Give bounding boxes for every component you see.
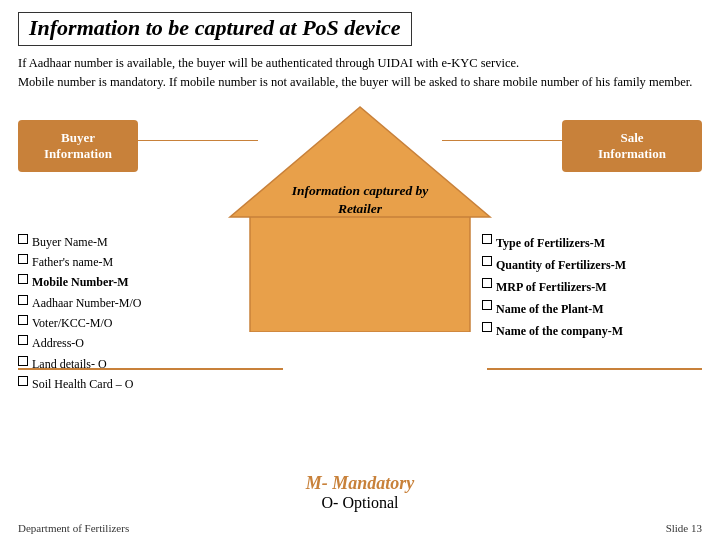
checkbox-icon [18, 315, 28, 325]
checkbox-icon [18, 335, 28, 345]
right-list: Type of Fertilizers-M Quantity of Fertil… [482, 232, 702, 343]
checkbox-icon [482, 234, 492, 244]
checkbox-icon [18, 356, 28, 366]
page: Information to be captured at PoS device… [0, 0, 720, 540]
checkbox-icon [482, 322, 492, 332]
list-item-label: Address-O [32, 333, 84, 353]
list-item-label: Father's name-M [32, 252, 113, 272]
checkbox-icon [482, 300, 492, 310]
checkbox-icon [18, 274, 28, 284]
page-title: Information to be captured at PoS device [29, 15, 401, 40]
list-item-label: Name of the company-M [496, 320, 623, 342]
buyer-information-box: BuyerInformation [18, 120, 138, 172]
diagram-area: BuyerInformation SaleInformation Informa… [18, 102, 702, 412]
sale-box-label: SaleInformation [598, 130, 666, 161]
sale-information-box: SaleInformation [562, 120, 702, 172]
optional-label: O- Optional [306, 494, 415, 512]
intro-text: If Aadhaar number is available, the buye… [18, 54, 702, 92]
mandatory-label: M- Mandatory [306, 473, 415, 494]
list-item: Name of the company-M [482, 320, 702, 342]
checkbox-icon [482, 256, 492, 266]
checkbox-icon [18, 295, 28, 305]
title-box: Information to be captured at PoS device [18, 12, 412, 46]
bottom-section: M- Mandatory O- Optional [306, 473, 415, 512]
list-item: Name of the Plant-M [482, 298, 702, 320]
list-item-label: Name of the Plant-M [496, 298, 604, 320]
bottom-right-line [487, 368, 702, 370]
list-item: MRP of Fertilizers-M [482, 276, 702, 298]
left-connector-line [138, 140, 258, 142]
list-item-label: Land details- O [32, 354, 107, 374]
list-item: Buyer Name-M [18, 232, 141, 252]
right-connector-line [442, 140, 562, 142]
buyer-box-label: BuyerInformation [44, 130, 112, 161]
checkbox-icon [18, 376, 28, 386]
list-item-label: Quantity of Fertilizers-M [496, 254, 626, 276]
list-item: Father's name-M [18, 252, 141, 272]
list-item: Soil Health Card – O [18, 374, 141, 394]
list-item: Aadhaar Number-M/O [18, 293, 141, 313]
intro-line2: Mobile number is mandatory. If mobile nu… [18, 75, 692, 89]
list-item: Quantity of Fertilizers-M [482, 254, 702, 276]
checkbox-icon [18, 254, 28, 264]
list-item-label: Aadhaar Number-M/O [32, 293, 141, 313]
list-item: Land details- O [18, 354, 141, 374]
list-item-label: Type of Fertilizers-M [496, 232, 605, 254]
checkbox-icon [18, 234, 28, 244]
list-item-label: Mobile Number-M [32, 272, 129, 292]
list-item-label: Buyer Name-M [32, 232, 108, 252]
left-list: Buyer Name-M Father's name-M Mobile Numb… [18, 232, 141, 395]
list-item-label: Voter/KCC-M/O [32, 313, 112, 333]
center-label: Information captured by Retailer [285, 182, 435, 220]
list-item: Type of Fertilizers-M [482, 232, 702, 254]
list-item-label: Soil Health Card – O [32, 374, 133, 394]
intro-line1: If Aadhaar number is available, the buye… [18, 56, 519, 70]
list-item: Address-O [18, 333, 141, 353]
svg-rect-0 [250, 212, 470, 332]
list-item: Mobile Number-M [18, 272, 141, 292]
footer-left: Department of Fertilizers [18, 522, 129, 534]
footer-right: Slide 13 [666, 522, 702, 534]
list-item: Voter/KCC-M/O [18, 313, 141, 333]
checkbox-icon [482, 278, 492, 288]
list-item-label: MRP of Fertilizers-M [496, 276, 607, 298]
